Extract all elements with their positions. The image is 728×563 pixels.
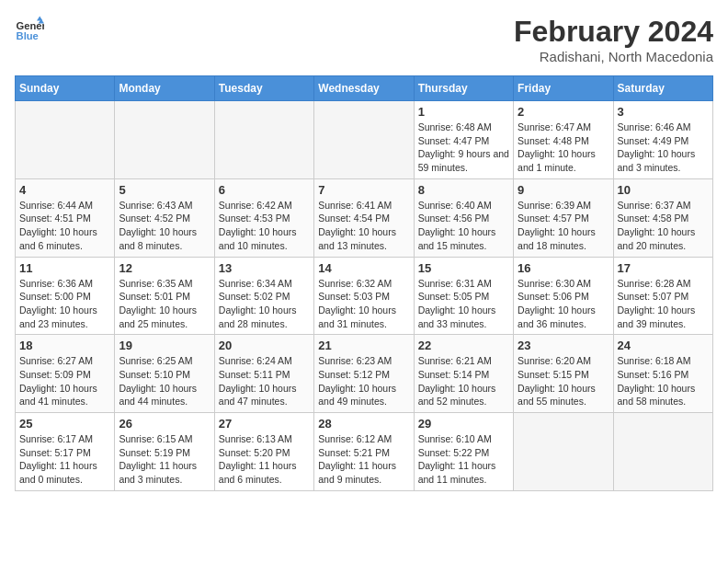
day-info: Sunrise: 6:44 AM Sunset: 4:51 PM Dayligh… (19, 199, 110, 253)
calendar-cell: 23Sunrise: 6:20 AM Sunset: 5:15 PM Dayli… (514, 335, 613, 413)
svg-text:Blue: Blue (17, 30, 39, 41)
day-number: 21 (318, 339, 409, 352)
calendar-cell: 1Sunrise: 6:48 AM Sunset: 4:47 PM Daylig… (414, 101, 513, 179)
month-year-title: February 2024 (514, 15, 713, 49)
calendar-cell (314, 101, 414, 179)
calendar-body: 1Sunrise: 6:48 AM Sunset: 4:47 PM Daylig… (16, 101, 713, 491)
day-header-monday: Monday (115, 76, 214, 101)
calendar-week-3: 11Sunrise: 6:36 AM Sunset: 5:00 PM Dayli… (16, 257, 713, 335)
calendar-cell: 22Sunrise: 6:21 AM Sunset: 5:14 PM Dayli… (414, 335, 513, 413)
day-header-saturday: Saturday (613, 76, 712, 101)
day-number: 25 (19, 417, 110, 431)
day-number: 13 (219, 261, 310, 275)
day-number: 1 (418, 105, 509, 119)
calendar-cell (115, 101, 214, 179)
calendar-cell (214, 101, 313, 179)
day-info: Sunrise: 6:30 AM Sunset: 5:06 PM Dayligh… (518, 277, 609, 331)
day-header-friday: Friday (514, 76, 613, 101)
day-header-thursday: Thursday (414, 76, 513, 101)
day-info: Sunrise: 6:35 AM Sunset: 5:01 PM Dayligh… (119, 277, 210, 331)
day-info: Sunrise: 6:21 AM Sunset: 5:14 PM Dayligh… (418, 354, 509, 408)
calendar-cell (613, 413, 712, 491)
day-info: Sunrise: 6:20 AM Sunset: 5:15 PM Dayligh… (518, 354, 609, 408)
day-info: Sunrise: 6:23 AM Sunset: 5:12 PM Dayligh… (318, 354, 409, 408)
day-info: Sunrise: 6:34 AM Sunset: 5:02 PM Dayligh… (219, 277, 310, 331)
calendar-cell: 10Sunrise: 6:37 AM Sunset: 4:58 PM Dayli… (613, 178, 712, 257)
day-info: Sunrise: 6:31 AM Sunset: 5:05 PM Dayligh… (418, 277, 509, 331)
calendar-cell: 5Sunrise: 6:43 AM Sunset: 4:52 PM Daylig… (115, 178, 214, 257)
calendar-cell: 16Sunrise: 6:30 AM Sunset: 5:06 PM Dayli… (514, 257, 613, 335)
calendar-week-5: 25Sunrise: 6:17 AM Sunset: 5:17 PM Dayli… (16, 413, 713, 491)
day-number: 2 (518, 105, 609, 119)
calendar-header-row: SundayMondayTuesdayWednesdayThursdayFrid… (16, 76, 713, 101)
calendar-cell: 28Sunrise: 6:12 AM Sunset: 5:21 PM Dayli… (314, 413, 414, 491)
day-number: 20 (219, 339, 310, 352)
svg-marker-2 (37, 17, 42, 21)
day-info: Sunrise: 6:10 AM Sunset: 5:22 PM Dayligh… (418, 432, 509, 487)
calendar-cell: 9Sunrise: 6:39 AM Sunset: 4:57 PM Daylig… (514, 178, 613, 257)
day-info: Sunrise: 6:43 AM Sunset: 4:52 PM Dayligh… (119, 199, 210, 253)
day-number: 11 (19, 261, 110, 275)
day-number: 26 (119, 417, 210, 431)
day-number: 10 (618, 183, 709, 197)
title-area: February 2024 Radishani, North Macedonia (514, 15, 713, 64)
day-number: 12 (119, 261, 210, 275)
day-info: Sunrise: 6:25 AM Sunset: 5:10 PM Dayligh… (119, 354, 210, 408)
logo-icon: General Blue (15, 15, 44, 44)
day-info: Sunrise: 6:18 AM Sunset: 5:16 PM Dayligh… (618, 354, 709, 408)
day-info: Sunrise: 6:48 AM Sunset: 4:47 PM Dayligh… (418, 121, 509, 175)
day-number: 15 (418, 261, 509, 275)
calendar-cell: 24Sunrise: 6:18 AM Sunset: 5:16 PM Dayli… (613, 335, 712, 413)
day-info: Sunrise: 6:42 AM Sunset: 4:53 PM Dayligh… (219, 199, 310, 253)
calendar-cell: 26Sunrise: 6:15 AM Sunset: 5:19 PM Dayli… (115, 413, 214, 491)
day-info: Sunrise: 6:32 AM Sunset: 5:03 PM Dayligh… (318, 277, 409, 331)
calendar-cell: 21Sunrise: 6:23 AM Sunset: 5:12 PM Dayli… (314, 335, 414, 413)
day-number: 16 (518, 261, 609, 275)
day-number: 19 (119, 339, 210, 352)
calendar-cell: 25Sunrise: 6:17 AM Sunset: 5:17 PM Dayli… (16, 413, 115, 491)
calendar-cell: 19Sunrise: 6:25 AM Sunset: 5:10 PM Dayli… (115, 335, 214, 413)
day-info: Sunrise: 6:39 AM Sunset: 4:57 PM Dayligh… (518, 199, 609, 253)
calendar-week-2: 4Sunrise: 6:44 AM Sunset: 4:51 PM Daylig… (16, 178, 713, 257)
day-number: 9 (518, 183, 609, 197)
calendar-cell: 13Sunrise: 6:34 AM Sunset: 5:02 PM Dayli… (214, 257, 313, 335)
calendar-cell: 8Sunrise: 6:40 AM Sunset: 4:56 PM Daylig… (414, 178, 513, 257)
calendar-week-1: 1Sunrise: 6:48 AM Sunset: 4:47 PM Daylig… (16, 101, 713, 179)
calendar-cell: 27Sunrise: 6:13 AM Sunset: 5:20 PM Dayli… (214, 413, 313, 491)
day-number: 23 (518, 339, 609, 352)
calendar-week-4: 18Sunrise: 6:27 AM Sunset: 5:09 PM Dayli… (16, 335, 713, 413)
day-header-wednesday: Wednesday (314, 76, 414, 101)
day-number: 18 (19, 339, 110, 352)
day-number: 7 (318, 183, 409, 197)
calendar-cell: 11Sunrise: 6:36 AM Sunset: 5:00 PM Dayli… (16, 257, 115, 335)
calendar-cell: 7Sunrise: 6:41 AM Sunset: 4:54 PM Daylig… (314, 178, 414, 257)
day-number: 3 (618, 105, 709, 119)
day-number: 29 (418, 417, 509, 431)
day-number: 5 (119, 183, 210, 197)
day-info: Sunrise: 6:15 AM Sunset: 5:19 PM Dayligh… (119, 432, 210, 487)
day-info: Sunrise: 6:24 AM Sunset: 5:11 PM Dayligh… (219, 354, 310, 408)
day-number: 4 (19, 183, 110, 197)
calendar-cell (16, 101, 115, 179)
calendar-cell: 17Sunrise: 6:28 AM Sunset: 5:07 PM Dayli… (613, 257, 712, 335)
calendar-cell: 12Sunrise: 6:35 AM Sunset: 5:01 PM Dayli… (115, 257, 214, 335)
day-number: 14 (318, 261, 409, 275)
day-info: Sunrise: 6:28 AM Sunset: 5:07 PM Dayligh… (618, 277, 709, 331)
calendar-cell: 3Sunrise: 6:46 AM Sunset: 4:49 PM Daylig… (613, 101, 712, 179)
day-number: 27 (219, 417, 310, 431)
day-info: Sunrise: 6:13 AM Sunset: 5:20 PM Dayligh… (219, 432, 310, 487)
day-info: Sunrise: 6:41 AM Sunset: 4:54 PM Dayligh… (318, 199, 409, 253)
calendar-table: SundayMondayTuesdayWednesdayThursdayFrid… (15, 75, 713, 491)
day-header-sunday: Sunday (16, 76, 115, 101)
calendar-cell: 2Sunrise: 6:47 AM Sunset: 4:48 PM Daylig… (514, 101, 613, 179)
day-info: Sunrise: 6:37 AM Sunset: 4:58 PM Dayligh… (618, 199, 709, 253)
day-number: 8 (418, 183, 509, 197)
location-subtitle: Radishani, North Macedonia (514, 49, 713, 64)
calendar-cell: 18Sunrise: 6:27 AM Sunset: 5:09 PM Dayli… (16, 335, 115, 413)
calendar-cell: 14Sunrise: 6:32 AM Sunset: 5:03 PM Dayli… (314, 257, 414, 335)
day-info: Sunrise: 6:27 AM Sunset: 5:09 PM Dayligh… (19, 354, 110, 408)
day-number: 28 (318, 417, 409, 431)
day-info: Sunrise: 6:40 AM Sunset: 4:56 PM Dayligh… (418, 199, 509, 253)
calendar-cell: 15Sunrise: 6:31 AM Sunset: 5:05 PM Dayli… (414, 257, 513, 335)
day-number: 24 (618, 339, 709, 352)
